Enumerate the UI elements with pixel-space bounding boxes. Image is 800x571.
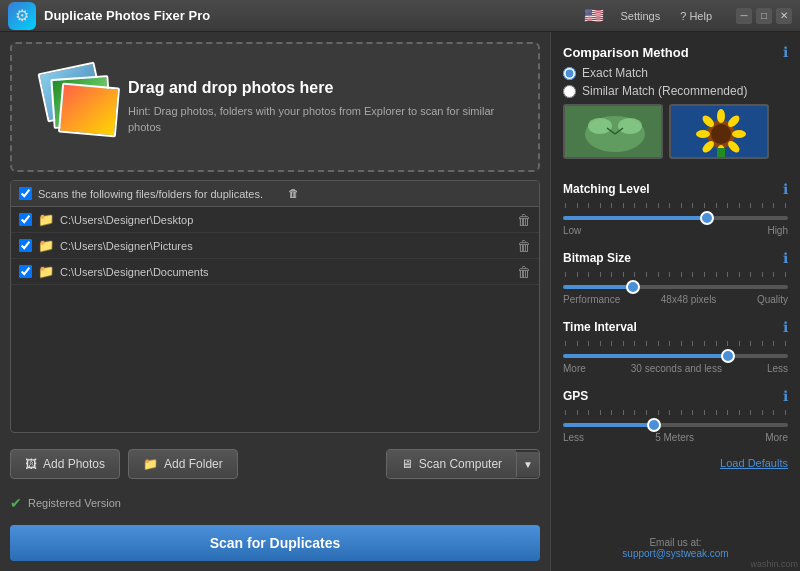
matching-level-section: Matching Level ℹ Low High [563,181,788,236]
drag-drop-hint: Hint: Drag photos, folders with your pho… [128,103,518,136]
add-photos-icon: 🖼 [25,457,37,471]
photo-stack [32,67,112,147]
add-folder-button[interactable]: 📁 Add Folder [128,449,238,479]
delete-item-1[interactable]: 🗑 [517,239,531,253]
gps-less-label: Less [563,432,584,443]
svg-point-2 [588,118,612,134]
comparison-method-title: Comparison Method [563,45,689,60]
bitmap-quality-label: Quality [757,294,788,305]
flag-icon: 🇺🇸 [584,6,604,25]
close-button[interactable]: ✕ [776,8,792,24]
comparison-method-section: Comparison Method ℹ Exact Match Similar … [563,44,788,167]
gps-section: GPS ℹ Less 5 Meters More [563,388,788,443]
window-title: Duplicate Photos Fixer Pro [44,8,210,23]
add-folder-label: Add Folder [164,457,223,471]
load-defaults-button[interactable]: Load Defaults [563,457,788,469]
comparison-radio-group: Exact Match Similar Match (Recommended) [563,66,788,98]
comparison-thumbnails [563,104,788,159]
delete-all-button[interactable]: 🗑 [288,188,532,199]
time-interval-ends: More 30 seconds and less Less [563,363,788,374]
svg-rect-15 [717,148,725,159]
delete-item-2[interactable]: 🗑 [517,265,531,279]
add-photos-label: Add Photos [43,457,105,471]
scan-computer-label: Scan Computer [419,457,502,471]
time-more-label: More [563,363,586,374]
time-interval-info-icon[interactable]: ℹ [783,319,788,335]
email-section: Email us at: support@systweak.com [563,533,788,559]
gps-more-label: More [765,432,788,443]
list-item: 📁 C:\Users\Designer\Desktop 🗑 [11,207,539,233]
similar-match-label: Similar Match (Recommended) [582,84,747,98]
bitmap-size-header: Bitmap Size ℹ [563,250,788,266]
window-buttons: ─ □ ✕ [736,8,792,24]
time-interval-section: Time Interval ℹ More 30 seconds and less… [563,319,788,374]
status-label: Registered Version [28,497,121,509]
butterfly-thumbnail [563,104,663,159]
comparison-info-icon[interactable]: ℹ [783,44,788,60]
add-folder-icon: 📁 [143,457,158,471]
app-icon: ⚙ [8,2,36,30]
email-link[interactable]: support@systweak.com [622,548,728,559]
scan-computer-button[interactable]: 🖥 Scan Computer [387,450,516,478]
svg-point-7 [717,109,725,123]
bitmap-center-label: 48x48 pixels [661,294,717,305]
gps-ticks [563,410,788,415]
exact-match-radio[interactable] [563,67,576,80]
left-panel: Drag and drop photos here Hint: Drag pho… [0,32,550,571]
svg-point-6 [711,124,731,144]
watermark: washin.com [750,559,798,569]
exact-match-option[interactable]: Exact Match [563,66,788,80]
time-interval-header: Time Interval ℹ [563,319,788,335]
matching-level-info-icon[interactable]: ℹ [783,181,788,197]
file-list-header: Scans the following files/folders for du… [11,181,539,207]
time-interval-ticks [563,341,788,346]
matching-high-label: High [767,225,788,236]
gps-slider[interactable] [563,423,788,427]
svg-point-9 [732,130,746,138]
folder-icon-2: 📁 [38,264,54,279]
matching-level-ends: Low High [563,225,788,236]
gps-info-icon[interactable]: ℹ [783,388,788,404]
file-checkbox-1[interactable] [19,239,32,252]
bitmap-size-ticks [563,272,788,277]
registered-icon: ✔ [10,495,22,511]
scan-duplicates-button[interactable]: Scan for Duplicates [10,525,540,561]
drag-drop-heading: Drag and drop photos here [128,79,518,97]
svg-point-3 [618,118,642,134]
gps-ends: Less 5 Meters More [563,432,788,443]
maximize-button[interactable]: □ [756,8,772,24]
time-interval-title: Time Interval [563,320,637,334]
similar-match-option[interactable]: Similar Match (Recommended) [563,84,788,98]
title-bar: ⚙ Duplicate Photos Fixer Pro 🇺🇸 Settings… [0,0,800,32]
select-all-checkbox[interactable] [19,187,32,200]
file-path-2: C:\Users\Designer\Documents [60,266,511,278]
time-interval-slider[interactable] [563,354,788,358]
file-path-1: C:\Users\Designer\Pictures [60,240,511,252]
right-panel: Comparison Method ℹ Exact Match Similar … [550,32,800,571]
matching-level-slider[interactable] [563,216,788,220]
similar-match-radio[interactable] [563,85,576,98]
delete-item-0[interactable]: 🗑 [517,213,531,227]
file-checkbox-2[interactable] [19,265,32,278]
matching-level-ticks [563,203,788,208]
sunflower-thumbnail [669,104,769,159]
help-button[interactable]: ? Help [676,8,716,24]
matching-level-title: Matching Level [563,182,650,196]
bitmap-size-slider[interactable] [563,285,788,289]
svg-point-13 [696,130,710,138]
scan-computer-dropdown[interactable]: ▼ [516,452,539,477]
file-checkbox-0[interactable] [19,213,32,226]
time-less-label: Less [767,363,788,374]
matching-level-header: Matching Level ℹ [563,181,788,197]
email-label: Email us at: [563,537,788,548]
status-bar: ✔ Registered Version [10,491,540,513]
folder-icon-1: 📁 [38,238,54,253]
add-photos-button[interactable]: 🖼 Add Photos [10,449,120,479]
file-list: Scans the following files/folders for du… [10,180,540,433]
title-bar-left: ⚙ Duplicate Photos Fixer Pro [8,2,210,30]
bitmap-size-info-icon[interactable]: ℹ [783,250,788,266]
minimize-button[interactable]: ─ [736,8,752,24]
bitmap-size-title: Bitmap Size [563,251,631,265]
drag-drop-area[interactable]: Drag and drop photos here Hint: Drag pho… [10,42,540,172]
settings-button[interactable]: Settings [616,8,664,24]
